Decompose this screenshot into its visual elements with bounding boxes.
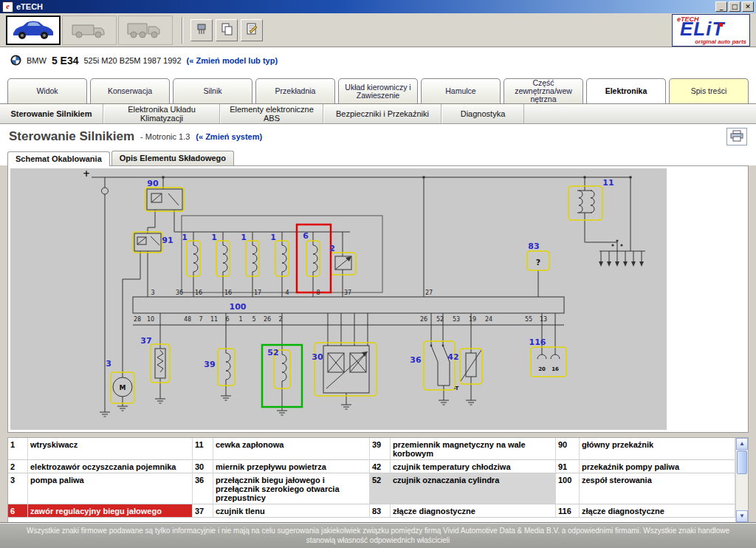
legend-number[interactable]: 52 — [370, 473, 391, 504]
app-icon: e — [2, 1, 13, 13]
selected-component-highlight — [297, 225, 331, 292]
component-number-label[interactable]: 2 — [329, 244, 335, 253]
legend-number[interactable]: 100 — [556, 473, 580, 504]
symbol-mark: + — [83, 168, 90, 179]
component-number-label[interactable]: 30 — [312, 352, 323, 362]
ecu-pin-numbers-bottom: 28104871161526226525319245513 — [134, 316, 547, 323]
legend-description[interactable]: przekaźnik pompy paliwa — [580, 460, 735, 473]
legend-description[interactable]: czujnik tlenu — [213, 504, 370, 518]
subtab-sterowanie-silnikiem[interactable]: Sterowanie Silnikiem — [0, 104, 103, 123]
tab-przekładnia[interactable]: Przekładnia — [255, 78, 335, 103]
legend-number[interactable]: 90 — [556, 438, 580, 460]
legend-number[interactable]: 11 — [193, 438, 213, 460]
tab-widok[interactable]: Widok — [7, 78, 87, 103]
component-number-label[interactable]: 36 — [410, 355, 422, 365]
component-number-label[interactable]: 1 — [270, 233, 276, 242]
logo-sub-text: original auto parts — [695, 38, 746, 45]
component-number-label[interactable]: 116 — [529, 338, 546, 347]
tab-konserwacja[interactable]: Konserwacja — [90, 78, 170, 103]
tab-silnik[interactable]: Silnik — [173, 78, 252, 103]
truck-category-button[interactable] — [118, 16, 173, 45]
legend-description[interactable]: wtryskiwacz — [28, 438, 193, 460]
legend-description[interactable]: miernik przepływu powietrza — [213, 460, 370, 473]
sub-tab-bar: Sterowanie SilnikiemElektronika Układu K… — [0, 103, 756, 124]
component-number-label[interactable]: 1 — [241, 233, 247, 242]
legend-description[interactable]: zawór regulacyjny biegu jałowego — [28, 504, 193, 518]
pin-number: 19 — [469, 316, 476, 323]
component-number-label[interactable]: 37 — [140, 336, 151, 346]
tab-schemat-okablowania[interactable]: Schemat Okablowania — [7, 151, 110, 166]
diagram-tab-bar: Schemat Okablowania Opis Elementu Składo… — [0, 149, 756, 165]
legend-description[interactable]: pompa paliwa — [28, 473, 193, 504]
legend-number[interactable]: 1 — [8, 438, 28, 460]
minimize-button[interactable]: _ — [715, 1, 727, 12]
component-number-label[interactable]: 1 — [182, 233, 188, 242]
legend-description[interactable]: przemiennik magnetyczny na wale korbowym — [391, 438, 556, 460]
legend-grid: 1wtryskiwacz11cewka zapłonowa39przemienn… — [8, 438, 735, 522]
components-button[interactable] — [190, 19, 213, 41]
tab-część-zewnętrzna-wew-nętrzna[interactable]: Część zewnętrzna/wew nętrzna — [504, 78, 583, 103]
change-system-link[interactable]: (« Zmień system) — [196, 132, 262, 141]
legend-scrollbar[interactable]: ▲ ▼ — [735, 438, 748, 522]
scrollbar-down-button[interactable]: ▼ — [736, 510, 748, 522]
copy-button[interactable] — [216, 19, 238, 41]
pin-number: 2 — [278, 316, 282, 323]
component-number-label[interactable]: 11 — [602, 178, 614, 188]
legend-description[interactable]: zespół sterowania — [580, 473, 735, 504]
legend-description[interactable]: złącze diagnostyczne — [580, 504, 735, 518]
component-number-label[interactable]: 90 — [147, 179, 159, 188]
component-number-label[interactable]: 83 — [528, 242, 539, 251]
maximize-button[interactable]: □ — [729, 1, 740, 12]
component-number-label[interactable]: 42 — [447, 352, 458, 362]
tab-hamulce[interactable]: Hamulce — [421, 78, 501, 103]
legend-number[interactable]: 36 — [193, 473, 213, 504]
scrollbar-thumb[interactable] — [737, 451, 747, 474]
component-number-label[interactable]: 52 — [267, 348, 278, 357]
car-category-button[interactable] — [6, 16, 61, 45]
wiring-diagram[interactable]: 909111116211831003373952303642116 336161… — [10, 168, 667, 430]
scrollbar-up-button[interactable]: ▲ — [736, 438, 748, 450]
elit-logo: eTECH ELiT original auto parts — [672, 14, 750, 47]
pin-number: 52 — [436, 316, 444, 323]
system-name: - Motronic 1.3 — [140, 132, 190, 141]
component-number-label[interactable]: 39 — [204, 360, 215, 369]
tab-elektronika[interactable]: Elektronika — [586, 78, 666, 103]
legend-number[interactable]: 30 — [193, 460, 213, 473]
change-model-link[interactable]: (« Zmień model lub typ) — [187, 56, 278, 65]
legend-number[interactable]: 6 — [8, 504, 28, 518]
legend-number[interactable]: 39 — [370, 438, 391, 460]
subtab-bezpieczniki-i-przekaźniki[interactable]: Bezpieczniki i Przekaźniki — [323, 104, 441, 123]
tab-opis-elementu-skladowego[interactable]: Opis Elementu Składowego — [111, 151, 234, 165]
close-button[interactable]: ✕ — [742, 1, 754, 12]
legend-number[interactable]: 116 — [556, 504, 580, 518]
legend-number[interactable]: 2 — [8, 460, 28, 473]
legend-description[interactable]: cewka zapłonowa — [213, 438, 370, 460]
component-number-label[interactable]: 3 — [106, 359, 111, 369]
subtab-elementy-elektroniczne-abs[interactable]: Elementy elektroniczne ABS — [220, 104, 323, 123]
legend-number[interactable]: 83 — [370, 504, 391, 518]
legend-description[interactable]: elektrozawór oczyszczania pojemnika — [28, 460, 193, 473]
subtab-diagnostyka[interactable]: Diagnostyka — [441, 104, 524, 123]
component-number-label[interactable]: 100 — [230, 302, 247, 312]
legend-number[interactable]: 91 — [556, 460, 580, 473]
print-button[interactable] — [726, 128, 747, 145]
notes-button[interactable] — [241, 19, 263, 41]
tab-układ-kierowniczy-i-zawieszenie[interactable]: Układ kierowniczy i Zawieszenie — [338, 78, 418, 103]
component-number-label[interactable]: 6 — [303, 231, 309, 241]
component-number-label[interactable]: 1 — [211, 233, 217, 242]
component-number-label[interactable]: 91 — [162, 236, 173, 245]
legend-description[interactable]: czujnik oznaczania cylindra — [391, 473, 556, 504]
pin-number: 1 — [238, 316, 242, 323]
symbol-mark: 20 — [538, 366, 546, 372]
legend-description[interactable]: złącze diagnostyczne — [391, 504, 556, 518]
subtab-elektronika-układu-klimatyzacji[interactable]: Elektronika Układu Klimatyzacji — [103, 104, 220, 123]
legend-description[interactable]: główny przekaźnik — [580, 438, 735, 460]
van-category-button[interactable] — [62, 16, 117, 45]
legend-description[interactable]: czujnik temperatury chłodziwa — [391, 460, 556, 473]
legend-number[interactable]: 3 — [8, 473, 28, 504]
legend-description[interactable]: przełącznik biegu jałowego i przełącznik… — [213, 473, 370, 504]
legend-number[interactable]: 37 — [193, 504, 213, 518]
tab-spis-treści[interactable]: Spis treści — [669, 78, 749, 103]
scrollbar-track[interactable] — [736, 450, 748, 510]
legend-number[interactable]: 42 — [370, 460, 391, 473]
